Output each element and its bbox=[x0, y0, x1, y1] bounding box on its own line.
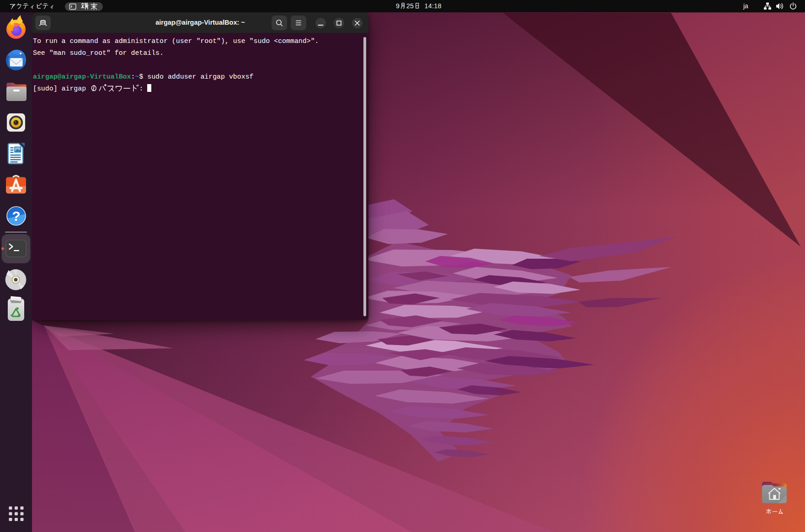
svg-text:?: ? bbox=[12, 208, 20, 223]
